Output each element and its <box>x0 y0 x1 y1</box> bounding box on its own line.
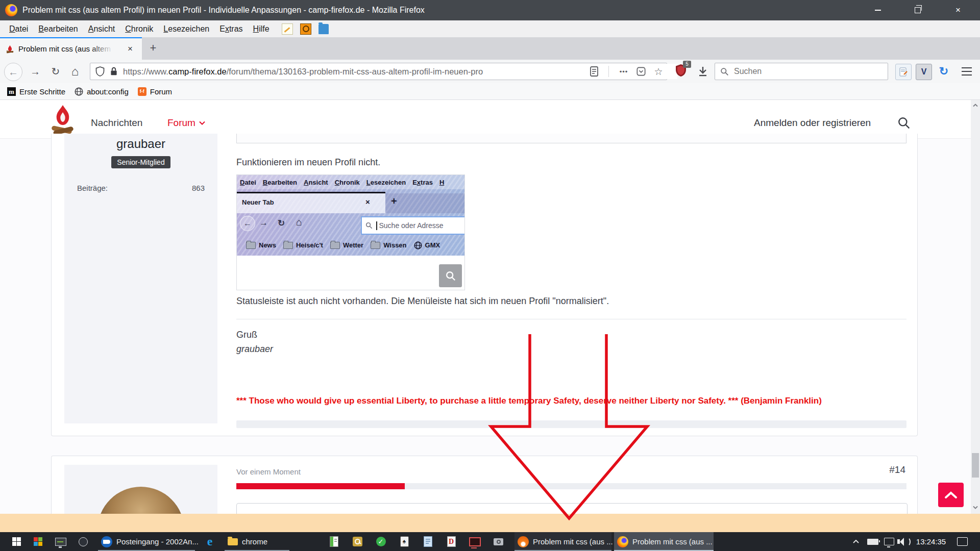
post-14-number[interactable]: #14 <box>889 464 905 475</box>
post-14-progress-fill <box>236 483 405 489</box>
forward-button[interactable]: → <box>27 63 44 80</box>
pocket-icon[interactable] <box>633 63 649 80</box>
close-button[interactable]: × <box>945 0 971 20</box>
new-tab-button[interactable]: + <box>145 40 161 57</box>
taskbar-app-blue-notepad[interactable] <box>419 532 437 551</box>
menu-lesezeichen[interactable]: Lesezeichen <box>158 20 214 37</box>
taskbar-button-thunderbird[interactable]: Posteingang - 2002An... <box>98 532 195 551</box>
search-input[interactable] <box>733 66 868 77</box>
menu-bearbeiten[interactable]: Bearbeiten <box>33 20 83 37</box>
bookmark-forum[interactable]: f-f Forum <box>138 87 172 96</box>
tab-close-icon[interactable]: × <box>124 42 137 56</box>
restore-button[interactable] <box>905 0 930 20</box>
red-d-icon: D <box>447 536 456 547</box>
extension-notes-icon[interactable] <box>895 64 912 80</box>
taskbar-app-d[interactable]: D <box>442 532 460 551</box>
page-scrollbar[interactable] <box>971 100 980 514</box>
extension-v-icon[interactable]: V <box>916 64 932 80</box>
login-register-link[interactable]: Anmelden oder registrieren <box>754 115 871 131</box>
taskbar-button-chrome-folder[interactable]: chrome <box>225 532 289 551</box>
taskbar-app-green-notepad[interactable] <box>325 532 343 551</box>
red-monitor-icon <box>469 537 481 546</box>
post-author-sidebar: graubaer Senior-Mitglied Beiträge: 863 <box>64 134 217 423</box>
taskbar-button-firefox-old[interactable]: Problem mit css (aus ... <box>514 532 611 551</box>
start-button[interactable] <box>6 532 27 551</box>
minimize-button[interactable] <box>865 0 891 20</box>
notification-center-icon[interactable] <box>953 532 971 551</box>
bookmark-about-config[interactable]: about:config <box>75 87 129 96</box>
battery-icon[interactable] <box>865 532 881 551</box>
reload-icon: ↻ <box>52 65 60 78</box>
tracking-protection-shield-icon[interactable] <box>95 66 105 77</box>
reload-button[interactable]: ↻ <box>47 63 64 80</box>
author-name[interactable]: graubaer <box>64 137 217 151</box>
folder-icon <box>330 242 340 249</box>
reader-mode-icon[interactable] <box>586 63 602 80</box>
post-graubaer: graubaer Senior-Mitglied Beiträge: 863 F… <box>51 134 918 436</box>
menu-extras[interactable]: Extras <box>214 20 248 37</box>
post-14-timestamp[interactable]: Vor einem Moment <box>236 467 301 476</box>
orange-notification-strip <box>0 514 980 532</box>
taskbar-app-red-monitor[interactable] <box>465 532 484 551</box>
menu-datei[interactable]: Datei <box>4 20 33 37</box>
taskbar-app-check[interactable]: ✓ <box>372 532 390 551</box>
taskbar-app-keepass[interactable] <box>348 532 366 551</box>
taskbar-app-cube[interactable] <box>29 532 48 551</box>
hamburger-menu-icon[interactable] <box>962 66 972 77</box>
taskbar-app-camera[interactable] <box>489 532 507 551</box>
blue-folder-icon[interactable] <box>318 24 329 34</box>
search-bar[interactable] <box>715 63 888 80</box>
home-button[interactable]: ⌂ <box>66 63 84 80</box>
campfire-favicon <box>6 45 14 54</box>
menu-chronik[interactable]: Chronik <box>120 20 158 37</box>
page-actions-dots-icon[interactable]: ••• <box>616 63 631 80</box>
edge-icon[interactable]: e <box>199 532 220 551</box>
nav-nachrichten[interactable]: Nachrichten <box>91 115 142 131</box>
bookmark-erste-schritte[interactable]: m Erste Schritte <box>7 87 65 96</box>
menu-hilfe[interactable]: Hilfe <box>248 20 275 37</box>
scrollbar-thumb[interactable] <box>972 453 979 478</box>
menu-ansicht[interactable]: Ansicht <box>83 20 120 37</box>
ublock-badge: 5 <box>683 61 691 68</box>
back-button[interactable]: ← <box>4 63 22 81</box>
taskbar-app-monitor[interactable] <box>51 532 70 551</box>
nav-forum[interactable]: Forum <box>167 115 205 131</box>
screenshot-text-cursor <box>376 221 377 230</box>
photos-icon <box>79 537 88 546</box>
post-14: Vor einem Moment #14 <box>51 456 918 514</box>
enlarge-image-button[interactable] <box>439 264 462 287</box>
post-closing: Gruß <box>236 330 257 340</box>
magnifier-icon <box>445 270 456 282</box>
avatar[interactable] <box>97 487 184 514</box>
taskbar-button-firefox-active[interactable]: Problem mit css (aus ... <box>614 532 714 551</box>
thunderbird-icon <box>101 536 112 547</box>
address-bar[interactable]: https://www.camp-firefox.de/forum/thema/… <box>90 63 667 80</box>
ff-bookmark-icon: f-f <box>138 87 146 96</box>
scroll-to-top-button[interactable] <box>938 483 964 507</box>
tray-chevron-up-icon[interactable] <box>848 532 864 551</box>
extension-sync-icon[interactable]: ↻ <box>936 64 951 79</box>
downloads-button[interactable] <box>694 63 712 80</box>
speaker-icon[interactable] <box>895 532 913 551</box>
key-icon <box>353 537 362 546</box>
firefox-app-icon <box>5 4 17 16</box>
taskbar-app-photos[interactable] <box>74 532 93 551</box>
bookmark-star-icon[interactable]: ☆ <box>651 63 666 80</box>
tab-problem-mit-css[interactable]: Problem mit css (aus altem × <box>0 37 142 60</box>
folder-icon <box>283 242 293 249</box>
attached-screenshot[interactable]: Datei Bearbeiten Ansicht Chronik Lesezei… <box>236 174 465 290</box>
folder-icon <box>228 538 238 545</box>
posts-count-value: 863 <box>192 184 205 192</box>
scrollbar-down-icon[interactable] <box>971 503 980 511</box>
site-search-icon[interactable] <box>897 116 911 130</box>
orange-addon-icon[interactable] <box>300 23 311 35</box>
reply-editor-box[interactable] <box>236 503 908 514</box>
ublock-origin-button[interactable]: 5 <box>675 64 690 79</box>
posts-count-label: Beiträge: <box>77 184 108 192</box>
padlock-icon[interactable] <box>110 66 118 77</box>
taskbar-app-cards[interactable]: ♠ <box>395 532 413 551</box>
author-rank-badge: Senior-Mitglied <box>111 156 170 168</box>
scrollbar-up-icon[interactable] <box>971 101 980 109</box>
note-pencil-icon[interactable] <box>282 23 293 35</box>
taskbar-clock[interactable]: 13:24:35 <box>913 532 949 551</box>
